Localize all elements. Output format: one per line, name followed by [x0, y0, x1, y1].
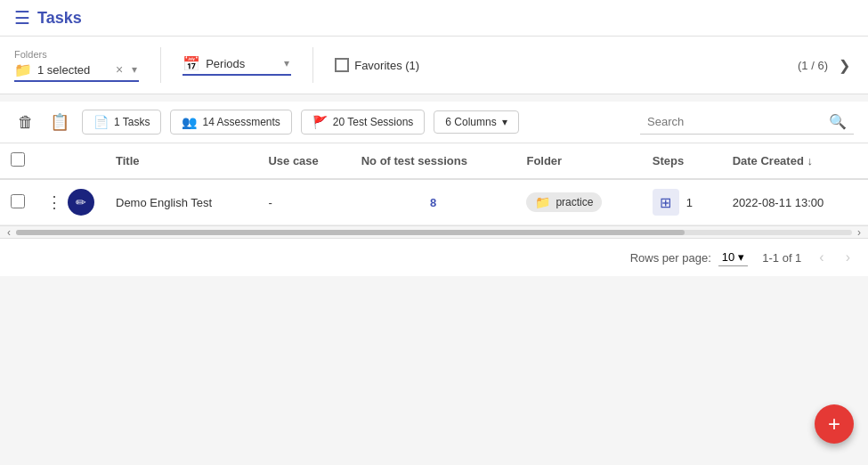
assessments-count-label: 14 Assessments: [202, 116, 280, 128]
next-page-button[interactable]: ›: [842, 248, 854, 267]
table-row: ⋮ ✏ Demo English Test - 8 📁 practice: [0, 179, 868, 225]
filter-page-info: (1 / 6): [798, 59, 828, 72]
folders-filter: Folders 📁 1 selected × ▾: [14, 49, 139, 82]
filter-next-btn[interactable]: ❯: [835, 55, 854, 76]
rows-per-page-select[interactable]: 10 ▾: [718, 249, 748, 266]
rows-per-page-value: 10: [722, 250, 734, 264]
assessments-count-icon: 👥: [182, 115, 197, 129]
favorites-filter-row: Favorites (1): [335, 58, 426, 72]
columns-button[interactable]: 6 Columns ▾: [434, 110, 518, 134]
toolbar: 🗑 📋 📄 1 Tasks 👥 14 Assessments 🚩 20 Test…: [0, 102, 868, 143]
delete-button[interactable]: 🗑: [14, 110, 37, 135]
tasks-count-label: 1 Tasks: [114, 116, 150, 128]
header-actions: [36, 143, 105, 179]
filter-bar: Folders 📁 1 selected × ▾ 📅 Periods ▾ Fav…: [0, 37, 868, 94]
columns-chevron-icon: ▾: [502, 116, 507, 128]
row-more-button[interactable]: ⋮: [46, 194, 62, 210]
scroll-track: [16, 230, 852, 235]
row-edit-button[interactable]: ✏: [68, 189, 94, 216]
search-input[interactable]: [647, 115, 823, 128]
rows-per-page-label: Rows per page:: [630, 251, 711, 265]
divider-2: [312, 47, 313, 83]
horizontal-scrollbar[interactable]: ‹ ›: [0, 225, 868, 238]
header-date-created[interactable]: Date Created ↓: [722, 143, 868, 179]
row-actions-cell: ⋮ ✏: [36, 179, 105, 225]
periods-filter-row: 📅 Periods ▾: [183, 55, 291, 72]
columns-label: 6 Columns: [445, 116, 496, 128]
divider-1: [160, 47, 161, 83]
table-header-row: Title Use case No of test sessions Folde…: [0, 143, 868, 179]
folders-underline: [14, 80, 139, 82]
header-test-sessions: No of test sessions: [351, 143, 516, 179]
scroll-thumb: [16, 230, 685, 235]
favorites-checkbox-icon: [335, 58, 349, 72]
tasks-count-icon: 📄: [93, 115, 109, 129]
fab-add-button[interactable]: +: [815, 404, 854, 444]
tasks-table-container: Title Use case No of test sessions Folde…: [0, 143, 868, 238]
filter-pagination: (1 / 6) ❯: [798, 55, 854, 76]
header-steps: Steps: [642, 143, 722, 179]
periods-underline: [183, 74, 291, 76]
copy-button[interactable]: 📋: [46, 109, 73, 135]
footer-bar: Rows per page: 10 ▾ 1-1 of 1 ‹ ›: [0, 238, 868, 276]
header-folder: Folder: [515, 143, 641, 179]
folders-label: Folders: [14, 49, 139, 60]
page-title: Tasks: [37, 9, 82, 28]
folder-icon: 📁: [14, 61, 32, 78]
rows-per-page-group: Rows per page: 10 ▾: [630, 249, 749, 266]
row-steps: 1: [686, 196, 693, 209]
row-title: Demo English Test: [105, 179, 257, 225]
folders-value: 1 selected: [37, 63, 109, 77]
folders-expand-button[interactable]: ▾: [130, 63, 139, 76]
test-sessions-count-label: 20 Test Sessions: [333, 116, 414, 128]
header-select-all[interactable]: [0, 143, 36, 179]
header-use-case: Use case: [257, 143, 350, 179]
select-all-checkbox[interactable]: [11, 152, 25, 167]
tasks-count-button[interactable]: 📄 1 Tasks: [82, 110, 161, 135]
periods-value: Periods: [206, 57, 277, 70]
calendar-icon: 📅: [183, 55, 200, 72]
favorites-value: Favorites (1): [354, 59, 426, 72]
row-date-created: 2022-08-11 13:00: [722, 179, 868, 225]
steps-icon-button[interactable]: ⊞: [653, 189, 679, 216]
tasks-table: Title Use case No of test sessions Folde…: [0, 143, 868, 225]
row-test-sessions: 8: [351, 179, 516, 225]
periods-filter: 📅 Periods ▾: [183, 55, 291, 76]
fab-plus-icon: +: [828, 412, 840, 436]
scroll-left-button[interactable]: ‹: [7, 226, 11, 239]
row-use-case: -: [257, 179, 350, 225]
tasks-header-icon: ☰: [14, 7, 30, 29]
folder-chip: 📁 practice: [526, 192, 602, 212]
folder-chip-icon: 📁: [535, 195, 550, 209]
test-sessions-count-icon: 🚩: [312, 115, 328, 129]
row-steps-cell: ⊞ 1: [642, 179, 722, 225]
search-box: 🔍: [640, 110, 854, 135]
periods-expand-button[interactable]: ▾: [282, 57, 291, 69]
page-info: 1-1 of 1: [762, 251, 801, 265]
folders-clear-button[interactable]: ×: [114, 62, 125, 77]
prev-page-button[interactable]: ‹: [815, 248, 827, 267]
row-actions: ⋮ ✏: [46, 189, 94, 216]
row-checkbox[interactable]: [11, 194, 25, 208]
test-sessions-count-button[interactable]: 🚩 20 Test Sessions: [301, 110, 426, 135]
top-bar: ☰ Tasks: [0, 0, 868, 37]
header-title: Title: [105, 143, 257, 179]
search-icon: 🔍: [829, 113, 847, 130]
assessments-count-button[interactable]: 👥 14 Assessments: [170, 110, 291, 135]
folder-chip-label: practice: [556, 196, 593, 208]
rows-per-page-chevron: ▾: [738, 250, 744, 264]
folders-filter-row: 📁 1 selected × ▾: [14, 61, 139, 78]
row-checkbox-cell[interactable]: [0, 179, 36, 225]
scroll-right-button[interactable]: ›: [857, 226, 861, 239]
row-folder-cell: 📁 practice: [515, 179, 641, 225]
favorites-filter: Favorites (1): [335, 58, 426, 72]
row-title-text: Demo English Test: [116, 196, 212, 209]
